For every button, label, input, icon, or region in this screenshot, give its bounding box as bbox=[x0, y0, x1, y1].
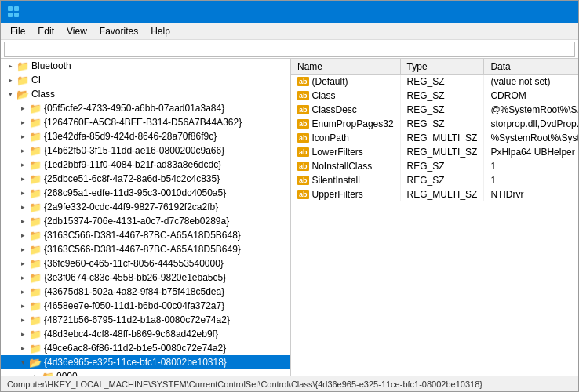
tree-expand-c19a[interactable]: ▸ bbox=[29, 370, 42, 376]
tree-expand-c14[interactable]: ▸ bbox=[16, 285, 29, 298]
tree-expand-c12[interactable]: ▸ bbox=[16, 257, 29, 270]
tree-expand-c18[interactable]: ▸ bbox=[16, 342, 29, 354]
tree-item-bluetooth[interactable]: ▸📁Bluetooth bbox=[1, 59, 290, 73]
tree-label-c4: {14b62f50-3f15-11dd-ae16-0800200c9a66} bbox=[44, 145, 224, 156]
tree-label-c13: {3e3f0674-c83c-4558-bb26-9820e1eba5c5} bbox=[44, 272, 226, 283]
value-row-2[interactable]: abClassDescREG_SZ@%SystemRoot%\S... bbox=[291, 103, 578, 117]
tree-item-c1[interactable]: ▸📁{05f5cfe2-4733-4950-a6bb-07aad01a3a84} bbox=[1, 101, 290, 115]
value-row-1[interactable]: abClassREG_SZCDROM bbox=[291, 89, 578, 103]
folder-icon-c4: 📁 bbox=[29, 145, 42, 157]
value-row-5[interactable]: abLowerFiltersREG_MULTI_SZPxHlpa64 UBHel… bbox=[291, 145, 578, 159]
tree-expand-c1[interactable]: ▸ bbox=[16, 102, 29, 114]
value-row-8[interactable]: abUpperFiltersREG_MULTI_SZNTIDrvr bbox=[291, 187, 578, 201]
status-bar: Computer\HKEY_LOCAL_MACHINE\SYSTEM\Curre… bbox=[1, 376, 578, 391]
folder-icon-c15: 📁 bbox=[29, 300, 42, 312]
tree-label-class: Class bbox=[31, 89, 55, 100]
menu-view[interactable]: View bbox=[60, 24, 93, 38]
tree-expand-c16[interactable]: ▸ bbox=[16, 314, 29, 326]
tree-item-c17[interactable]: ▸📁{48d3ebc4-4cf8-48ff-b869-9c68ad42eb9f} bbox=[1, 327, 290, 341]
menu-favorites[interactable]: Favorites bbox=[93, 24, 144, 38]
values-table-container[interactable]: Name Type Data ab(Default)REG_SZ(value n… bbox=[291, 59, 578, 376]
tree-item-c8[interactable]: ▸📁{2a9fe332-0cdc-44f9-9827-76192f2ca2fb} bbox=[1, 200, 290, 214]
svg-rect-3 bbox=[14, 13, 19, 17]
tree-item-c19a[interactable]: ▸📁0000 bbox=[1, 369, 290, 376]
tree-expand-c8[interactable]: ▸ bbox=[16, 201, 29, 213]
folder-icon-c11: 📁 bbox=[29, 244, 42, 256]
folder-icon-c6: 📁 bbox=[29, 173, 42, 185]
address-path[interactable] bbox=[4, 42, 575, 57]
tree-item-c12[interactable]: ▸📁{36fc9e60-c465-11cf-8056-444553540000} bbox=[1, 256, 290, 270]
tree-item-c3[interactable]: ▸📁{13e42dfa-85d9-424d-8646-28a70f86f9c} bbox=[1, 129, 290, 143]
value-row-4[interactable]: abIconPathREG_MULTI_SZ%SystemRoot%\Syst.… bbox=[291, 131, 578, 145]
folder-icon-c17: 📁 bbox=[29, 328, 42, 340]
tree-expand-c5[interactable]: ▸ bbox=[16, 158, 29, 171]
value-row-3[interactable]: abEnumPropPages32REG_SZstorprop.dll,DvdP… bbox=[291, 117, 578, 131]
tree-expand-c2[interactable]: ▸ bbox=[16, 116, 29, 129]
value-name-6: abNoInstallClass bbox=[291, 159, 400, 173]
tree-item-c5[interactable]: ▸📁{1ed2bbf9-11f0-4084-b21f-ad83a8e6dcdc} bbox=[1, 158, 290, 172]
folder-icon-c1: 📁 bbox=[29, 103, 42, 114]
value-name-5: abLowerFilters bbox=[291, 145, 400, 159]
tree-label-c1: {05f5cfe2-4733-4950-a6bb-07aad01a3a84} bbox=[44, 103, 224, 114]
tree-label-c14: {43675d81-502a-4a82-9f84-b75f418c5dea} bbox=[44, 286, 224, 297]
tree-item-c10[interactable]: ▸📁{3163C566-D381-4467-87BC-A65A18D5B648} bbox=[1, 228, 290, 242]
tree-expand-class[interactable]: ▾ bbox=[4, 88, 16, 100]
tree-expand-ci[interactable]: ▸ bbox=[4, 74, 16, 86]
tree-item-c11[interactable]: ▸📁{3163C566-D381-4467-87BC-A65A18D5B649} bbox=[1, 242, 290, 256]
reg-icon-2: ab bbox=[297, 105, 309, 114]
tree-item-c6[interactable]: ▸📁{25dbce51-6c8f-4a72-8a6d-b54c2c4c835} bbox=[1, 172, 290, 186]
menu-bar: File Edit View Favorites Help bbox=[1, 23, 578, 40]
reg-icon-4: ab bbox=[297, 133, 309, 143]
value-type-6: REG_SZ bbox=[400, 159, 484, 173]
left-panel[interactable]: ▸📁Bluetooth▸📁CI▾📂Class▸📁{05f5cfe2-4733-4… bbox=[1, 59, 291, 376]
folder-icon-c8: 📁 bbox=[29, 201, 42, 213]
folder-icon-c9: 📁 bbox=[29, 216, 42, 227]
reg-icon-3: ab bbox=[297, 119, 309, 129]
value-row-0[interactable]: ab(Default)REG_SZ(value not set) bbox=[291, 74, 578, 89]
tree-expand-c13[interactable]: ▸ bbox=[16, 271, 29, 284]
tree-item-c16[interactable]: ▸📁{48721b56-6795-11d2-b1a8-0080c72e74a2} bbox=[1, 313, 290, 327]
value-data-4: %SystemRoot%\Syst... bbox=[484, 131, 578, 145]
tree-item-c9[interactable]: ▸📁{2db15374-706e-4131-a0c7-d7c78eb0289a} bbox=[1, 214, 290, 228]
tree-expand-c9[interactable]: ▸ bbox=[16, 215, 29, 227]
value-row-6[interactable]: abNoInstallClassREG_SZ1 bbox=[291, 159, 578, 173]
tree-item-class[interactable]: ▾📂Class bbox=[1, 87, 290, 101]
minimize-button[interactable] bbox=[464, 1, 500, 23]
tree-expand-c3[interactable]: ▸ bbox=[16, 130, 29, 143]
tree-item-c19[interactable]: ▾📂{4d36e965-e325-11ce-bfc1-08002be10318} bbox=[1, 355, 290, 369]
tree-expand-c10[interactable]: ▸ bbox=[16, 229, 29, 241]
col-data[interactable]: Data bbox=[484, 59, 578, 74]
registry-editor-window: File Edit View Favorites Help ▸📁Bluetoot… bbox=[0, 0, 579, 392]
tree-item-c4[interactable]: ▸📁{14b62f50-3f15-11dd-ae16-0800200c9a66} bbox=[1, 143, 290, 158]
col-type[interactable]: Type bbox=[400, 59, 484, 74]
tree-item-c13[interactable]: ▸📁{3e3f0674-c83c-4558-bb26-9820e1eba5c5} bbox=[1, 270, 290, 285]
tree-expand-bluetooth[interactable]: ▸ bbox=[4, 60, 16, 72]
menu-help[interactable]: Help bbox=[144, 24, 177, 38]
folder-icon-class: 📂 bbox=[16, 89, 29, 100]
tree-item-c15[interactable]: ▸📁{4658ee7e-f050-11d1-b6bd-00c04fa372a7} bbox=[1, 299, 290, 313]
tree-item-c18[interactable]: ▸📁{49ce6ac8-6f86-11d2-b1e5-0080c72e74a2} bbox=[1, 341, 290, 355]
tree-item-c7[interactable]: ▸📁{268c95a1-edfe-11d3-95c3-0010dc4050a5} bbox=[1, 186, 290, 200]
col-name[interactable]: Name bbox=[291, 59, 400, 74]
tree-expand-c7[interactable]: ▸ bbox=[16, 187, 29, 199]
close-button[interactable] bbox=[536, 1, 572, 23]
menu-file[interactable]: File bbox=[4, 24, 31, 38]
tree-item-ci[interactable]: ▸📁CI bbox=[1, 73, 290, 87]
maximize-button[interactable] bbox=[500, 1, 536, 23]
tree-expand-c15[interactable]: ▸ bbox=[16, 299, 29, 312]
tree-expand-c19[interactable]: ▾ bbox=[16, 356, 29, 368]
tree-expand-c4[interactable]: ▸ bbox=[16, 144, 29, 157]
value-data-0: (value not set) bbox=[484, 74, 578, 89]
right-panel: Name Type Data ab(Default)REG_SZ(value n… bbox=[291, 59, 578, 376]
tree-expand-c6[interactable]: ▸ bbox=[16, 172, 29, 185]
tree-item-c14[interactable]: ▸📁{43675d81-502a-4a82-9f84-b75f418c5dea} bbox=[1, 285, 290, 299]
tree-expand-c17[interactable]: ▸ bbox=[16, 328, 29, 340]
tree-item-c2[interactable]: ▸📁{1264760F-A5C8-4BFE-B314-D56A7B44A362} bbox=[1, 115, 290, 129]
reg-icon-1: ab bbox=[297, 91, 309, 100]
reg-icon-7: ab bbox=[297, 176, 309, 185]
menu-edit[interactable]: Edit bbox=[31, 24, 60, 38]
value-row-7[interactable]: abSilentInstallREG_SZ1 bbox=[291, 173, 578, 187]
value-data-8: NTIDrvr bbox=[484, 187, 578, 201]
tree-expand-c11[interactable]: ▸ bbox=[16, 243, 29, 256]
reg-icon-0: ab bbox=[297, 77, 309, 86]
